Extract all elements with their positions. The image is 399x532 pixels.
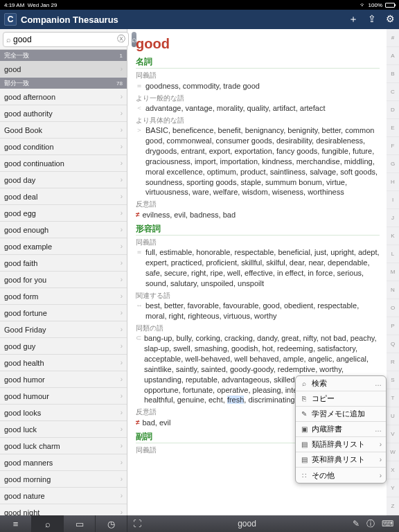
list-item[interactable]: good enough› [0,222,127,238]
menu-tail: › [380,441,382,448]
list-item[interactable]: good guy› [0,338,127,355]
menu-label: 検索 [312,378,371,389]
list-item[interactable]: good afternoon› [0,89,127,105]
alpha-Z[interactable]: Z [387,497,399,515]
search-input[interactable] [13,35,117,44]
list-item[interactable]: good condition› [0,139,127,155]
list-item[interactable]: good manners› [0,454,127,471]
list-item[interactable]: good humor› [0,371,127,388]
list-item[interactable]: good looks› [0,405,127,421]
menu-item[interactable]: ⌕検索… [296,376,386,391]
list-item[interactable]: good faith› [0,255,127,272]
label-specific: より具体的な語 [136,116,380,125]
menu-icon: ▤ [300,441,308,448]
alpha-C[interactable]: C [387,83,399,101]
tab-book-icon[interactable]: ▭ [64,515,96,532]
noun-general: advantage, vantage, morality, quality, a… [145,103,325,114]
search-box[interactable]: ⌕ ⓧ [3,32,129,47]
menu-label: その他 [312,470,376,481]
alpha-#[interactable]: # [387,29,399,47]
list-item[interactable]: good day› [0,172,127,188]
alpha-E[interactable]: E [387,119,399,137]
menu-item[interactable]: ▤類語辞典リスト› [296,437,386,452]
list-item[interactable]: good example› [0,238,127,255]
menu-label: 類語辞典リスト [312,439,376,450]
wifi-icon: ᯤ [360,2,366,8]
adj-related: best, better, favorable, favourable, goo… [145,301,380,321]
alpha-G[interactable]: G [387,155,399,173]
alpha-N[interactable]: N [387,281,399,299]
alpha-U[interactable]: U [387,407,399,425]
alpha-Y[interactable]: Y [387,479,399,497]
keyboard-icon[interactable]: ⌨ [382,519,393,529]
menu-item[interactable]: ▤英和辞典リスト› [296,452,386,468]
tab-list-icon[interactable]: ≡ [0,515,32,532]
alpha-T[interactable]: T [387,389,399,407]
expand-icon[interactable]: ⛶ [133,519,141,529]
alpha-H[interactable]: H [387,173,399,191]
alpha-X[interactable]: X [387,461,399,479]
list-item[interactable]: good authority› [0,105,127,122]
battery-icon [385,3,395,8]
alpha-I[interactable]: I [387,191,399,209]
menu-tail: … [375,425,382,433]
noun-synonyms: goodness, commodity, trade good [145,81,260,91]
clear-icon[interactable]: ⓧ [117,33,125,45]
selected-word[interactable]: fresh [227,396,244,404]
label-synonyms: 同義語 [136,71,380,80]
alpha-A[interactable]: A [387,47,399,65]
alpha-V[interactable]: V [387,425,399,443]
edit-icon[interactable]: ✎ [353,519,360,529]
adj-antonyms: bad, evil [143,418,171,428]
search-icon: ⌕ [6,35,11,44]
list-item[interactable]: good egg› [0,205,127,222]
share-icon[interactable]: ⇪ [368,13,376,26]
headword: good [136,35,380,53]
tab-history-icon[interactable]: ◷ [96,515,127,532]
menu-item[interactable]: ∷その他› [296,468,386,483]
alpha-K[interactable]: K [387,227,399,245]
alpha-index[interactable]: #ABCDEFGHIJKLMNOPQRSTUVWXYZ [387,29,399,515]
list-item[interactable]: good night› [0,504,127,515]
tab-search-icon[interactable]: ⌕ [32,515,64,532]
menu-tail: › [380,472,382,479]
list-item[interactable]: good luck charm› [0,438,127,454]
menu-item[interactable]: ⎘コピー [296,391,386,407]
noun-specific: BASIC, beneficence, benefit, benignancy,… [145,125,380,197]
list-item[interactable]: Good Friday› [0,321,127,338]
app-title: Companion Thesaurus [21,15,348,25]
list-item[interactable]: good continuation› [0,155,127,172]
alpha-S[interactable]: S [387,371,399,389]
list-item[interactable]: Good Book› [0,122,127,139]
menu-item[interactable]: ✎学習メモに追加 [296,407,386,422]
alpha-W[interactable]: W [387,443,399,461]
list-item[interactable]: good deal› [0,188,127,205]
gear-icon[interactable]: ⚙ [386,13,395,26]
alpha-F[interactable]: F [387,137,399,155]
list-item[interactable]: good› [0,61,127,78]
list-item[interactable]: good humour› [0,388,127,405]
list-item[interactable]: good health› [0,355,127,371]
list-item[interactable]: good morning› [0,471,127,488]
list-item[interactable]: good form› [0,288,127,305]
add-icon[interactable]: ＋ [348,13,358,26]
alpha-D[interactable]: D [387,101,399,119]
list-item[interactable]: good luck› [0,421,127,438]
menu-item[interactable]: ▣内蔵辞書… [296,422,386,437]
list-item[interactable]: good fortune› [0,305,127,321]
alpha-R[interactable]: R [387,353,399,371]
alpha-L[interactable]: L [387,245,399,263]
alpha-Q[interactable]: Q [387,335,399,353]
alpha-J[interactable]: J [387,209,399,227]
menu-icon: ▣ [300,425,308,433]
alpha-M[interactable]: M [387,263,399,281]
alpha-B[interactable]: B [387,65,399,83]
results-list: 完全一致1 good› 部分一致78 good afternoon›good a… [0,50,127,515]
list-item[interactable]: good for you› [0,272,127,288]
menu-icon: ∷ [300,472,308,479]
list-item[interactable]: good nature› [0,488,127,504]
alpha-O[interactable]: O [387,299,399,317]
info-icon[interactable]: ⓘ [366,518,375,530]
alpha-P[interactable]: P [387,317,399,335]
menu-label: 英和辞典リスト [312,454,376,465]
